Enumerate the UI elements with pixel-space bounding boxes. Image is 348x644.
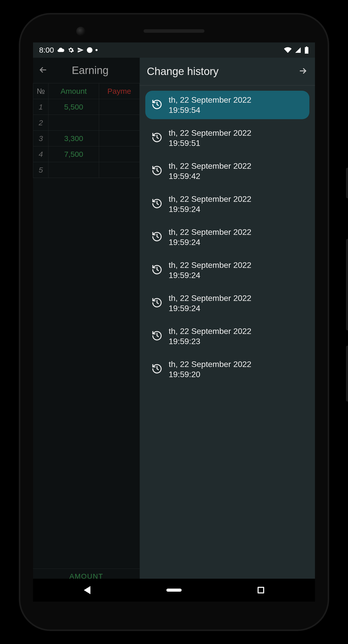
history-time: 19:59:24 xyxy=(169,204,251,214)
forward-icon[interactable] xyxy=(298,66,308,77)
row-amount[interactable]: 7,500 xyxy=(49,146,99,162)
history-title: Change history xyxy=(147,65,219,78)
row-number: 5 xyxy=(33,162,49,178)
history-date: th, 22 September 2022 xyxy=(169,161,251,171)
history-text: th, 22 September 202219:59:24 xyxy=(169,293,251,313)
phone-bezel: 8:00 xyxy=(20,14,328,630)
history-text: th, 22 September 202219:59:51 xyxy=(169,128,251,148)
history-time: 19:59:51 xyxy=(169,138,251,148)
row-amount[interactable]: 5,500 xyxy=(49,99,99,115)
history-icon xyxy=(151,297,163,309)
row-payme[interactable] xyxy=(99,99,140,115)
android-navbar xyxy=(33,579,315,602)
history-icon xyxy=(151,231,163,243)
history-time: 19:59:54 xyxy=(169,105,251,115)
history-item[interactable]: th, 22 September 202219:59:23 xyxy=(145,322,309,350)
history-item[interactable]: th, 22 September 202219:59:24 xyxy=(145,289,309,317)
history-date: th, 22 September 2022 xyxy=(169,95,251,105)
cloud-icon xyxy=(57,46,65,54)
history-text: th, 22 September 202219:59:42 xyxy=(169,161,251,181)
notification-dot-icon xyxy=(87,47,92,53)
nav-home-icon[interactable] xyxy=(166,589,182,592)
header-payme[interactable]: Payme xyxy=(99,83,140,99)
history-date: th, 22 September 2022 xyxy=(169,194,251,204)
earning-table: № Amount Payme 15,500233,30047,5005 xyxy=(33,83,140,178)
history-date: th, 22 September 2022 xyxy=(169,326,251,336)
row-number: 1 xyxy=(33,99,49,115)
row-payme[interactable] xyxy=(99,162,140,178)
history-date: th, 22 September 2022 xyxy=(169,128,251,138)
history-text: th, 22 September 202219:59:24 xyxy=(169,227,251,247)
history-icon xyxy=(151,165,163,177)
history-item[interactable]: th, 22 September 202219:59:51 xyxy=(145,124,309,152)
phone-frame: 8:00 xyxy=(0,0,348,644)
status-left: 8:00 xyxy=(39,46,98,54)
row-number: 2 xyxy=(33,115,49,131)
earning-title: Earning xyxy=(56,64,135,76)
history-icon xyxy=(151,132,163,144)
table-row[interactable]: 5 xyxy=(33,162,140,178)
row-payme[interactable] xyxy=(99,115,140,131)
row-amount[interactable] xyxy=(49,115,99,131)
table-row[interactable]: 33,300 xyxy=(33,131,140,146)
table-row[interactable]: 2 xyxy=(33,115,140,131)
history-date: th, 22 September 2022 xyxy=(169,359,251,369)
history-date: th, 22 September 2022 xyxy=(169,293,251,303)
history-text: th, 22 September 202219:59:24 xyxy=(169,194,251,214)
history-text: th, 22 September 202219:59:20 xyxy=(169,359,251,379)
row-amount[interactable]: 3,300 xyxy=(49,131,99,146)
row-number: 3 xyxy=(33,131,49,146)
gear-icon xyxy=(68,47,74,53)
back-icon[interactable] xyxy=(38,65,48,76)
battery-icon xyxy=(304,47,309,54)
history-item[interactable]: th, 22 September 202219:59:24 xyxy=(145,190,309,218)
history-item[interactable]: th, 22 September 202219:59:54 xyxy=(145,91,309,119)
history-item[interactable]: th, 22 September 202219:59:42 xyxy=(145,157,309,185)
history-list[interactable]: th, 22 September 202219:59:54th, 22 Sept… xyxy=(140,86,315,389)
table-row[interactable]: 15,500 xyxy=(33,99,140,115)
table-row[interactable]: 47,500 xyxy=(33,146,140,162)
screen: 8:00 xyxy=(33,42,315,602)
history-item[interactable]: th, 22 September 202219:59:20 xyxy=(145,355,309,384)
side-button xyxy=(346,346,348,402)
side-button xyxy=(346,168,348,198)
history-time: 19:59:24 xyxy=(169,237,251,247)
row-payme[interactable] xyxy=(99,146,140,162)
history-time: 19:59:24 xyxy=(169,270,251,280)
row-number: 4 xyxy=(33,146,49,162)
side-button xyxy=(346,239,348,330)
history-time: 19:59:20 xyxy=(169,369,251,379)
history-header: Change history xyxy=(140,58,315,86)
history-time: 19:59:42 xyxy=(169,171,251,181)
more-dot-icon xyxy=(96,49,98,51)
history-icon xyxy=(151,198,163,210)
header-number: № xyxy=(33,83,49,99)
earning-panel: Earning № Amount Payme 15,500233,30047,5… xyxy=(33,58,140,602)
history-text: th, 22 September 202219:59:54 xyxy=(169,95,251,115)
header-amount[interactable]: Amount xyxy=(49,83,99,99)
history-icon xyxy=(151,99,163,111)
row-amount[interactable] xyxy=(49,162,99,178)
history-item[interactable]: th, 22 September 202219:59:24 xyxy=(145,223,309,251)
history-icon xyxy=(151,363,163,375)
row-payme[interactable] xyxy=(99,131,140,146)
wifi-icon xyxy=(284,46,292,54)
history-date: th, 22 September 2022 xyxy=(169,260,251,270)
nav-back-icon[interactable] xyxy=(84,586,90,594)
earning-header: Earning xyxy=(33,58,140,83)
nav-recent-icon[interactable] xyxy=(258,587,264,593)
speaker-grille xyxy=(144,29,204,33)
signal-icon xyxy=(295,47,301,53)
history-time: 19:59:24 xyxy=(169,303,251,313)
status-time: 8:00 xyxy=(39,46,54,54)
send-icon xyxy=(77,47,84,53)
history-item[interactable]: th, 22 September 202219:59:24 xyxy=(145,256,309,284)
status-bar: 8:00 xyxy=(33,42,315,58)
history-panel: Change history th, 22 September 202219:5… xyxy=(140,58,315,602)
history-icon xyxy=(151,264,163,276)
front-camera xyxy=(76,27,85,36)
history-icon xyxy=(151,330,163,342)
status-right xyxy=(284,46,309,54)
history-text: th, 22 September 202219:59:24 xyxy=(169,260,251,280)
history-time: 19:59:23 xyxy=(169,336,251,346)
